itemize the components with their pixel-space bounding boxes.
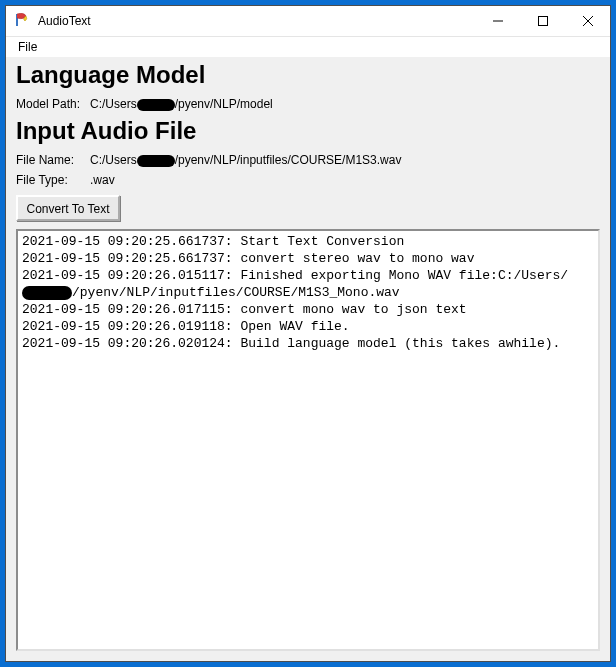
file-type-row: File Type: .wav [16,173,600,187]
redacted-text [137,99,175,111]
log-line: 2021-09-15 09:20:25.661737: convert ster… [22,251,474,266]
maximize-button[interactable] [520,6,565,36]
window: AudioText File Language Model Model Path… [5,5,611,662]
file-type-label: File Type: [16,173,86,187]
log-line: 2021-09-15 09:20:26.020124: Build langua… [22,336,560,351]
model-path-label: Model Path: [16,97,86,111]
log-output[interactable]: 2021-09-15 09:20:25.661737: Start Text C… [16,229,600,651]
log-line: /pyenv/NLP/inputfiles/COURSE/M1S3_Mono.w… [72,285,400,300]
menu-file[interactable]: File [12,39,43,55]
titlebar: AudioText [6,6,610,37]
minimize-button[interactable] [475,6,520,36]
file-name-label: File Name: [16,153,86,167]
svg-rect-1 [538,17,547,26]
menubar: File [6,37,610,57]
log-line: 2021-09-15 09:20:25.661737: Start Text C… [22,234,404,249]
model-path-suffix: /pyenv/NLP/model [175,97,273,111]
log-line: 2021-09-15 09:20:26.015117: Finished exp… [22,268,568,283]
file-name-suffix: /pyenv/NLP/inputfiles/COURSE/M1S3.wav [175,153,402,167]
model-path-value: C:/Users/pyenv/NLP/model [90,97,273,111]
file-name-value: C:/Users/pyenv/NLP/inputfiles/COURSE/M1S… [90,153,401,167]
app-icon [14,13,30,29]
close-button[interactable] [565,6,610,36]
window-title: AudioText [36,14,91,28]
window-frame: AudioText File Language Model Model Path… [0,0,616,667]
convert-button[interactable]: Convert To Text [16,195,120,221]
redacted-text [137,155,175,167]
file-name-prefix: C:/Users [90,153,137,167]
file-name-row: File Name: C:/Users/pyenv/NLP/inputfiles… [16,153,600,167]
model-path-row: Model Path: C:/Users/pyenv/NLP/model [16,97,600,111]
body: Language Model Model Path: C:/Users/pyen… [6,57,610,661]
file-type-value: .wav [90,173,115,187]
log-line: 2021-09-15 09:20:26.017115: convert mono… [22,302,467,317]
redacted-text [22,286,72,300]
model-path-prefix: C:/Users [90,97,137,111]
log-line: 2021-09-15 09:20:26.019118: Open WAV fil… [22,319,350,334]
heading-language-model: Language Model [16,61,600,89]
heading-input-audio: Input Audio File [16,117,600,145]
